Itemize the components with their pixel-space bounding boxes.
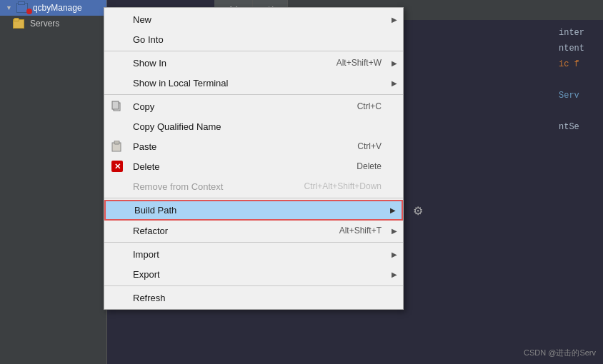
separator-1 [104, 51, 403, 51]
paste-icon [110, 139, 124, 153]
menu-item-refresh[interactable]: Refresh [104, 288, 403, 308]
menu-item-import[interactable]: Import ▶ [104, 244, 403, 264]
submenu-arrow-show-in: ▶ [392, 59, 397, 67]
code-line-4 [552, 72, 597, 88]
menu-label-copy: Copy [133, 101, 336, 112]
menu-item-paste[interactable]: Paste Ctrl+V [104, 136, 403, 156]
menu-item-build-path[interactable]: Build Path ▶ ⚙ [104, 200, 403, 221]
separator-2 [104, 94, 403, 95]
copy-icon [110, 99, 124, 113]
sidebar: ▼ qcbyManage Servers [0, 0, 107, 364]
code-line-6 [552, 103, 597, 119]
menu-item-new[interactable]: New ▶ [104, 9, 403, 29]
code-line-7: ntSe [552, 119, 597, 135]
error-badge-icon [26, 9, 32, 14]
shortcut-show-in: Alt+Shift+W [337, 58, 382, 68]
submenu-arrow-new: ▶ [392, 16, 397, 24]
menu-label-refresh: Refresh [133, 293, 382, 303]
shortcut-remove-context: Ctrl+Alt+Shift+Down [304, 181, 382, 191]
menu-item-copy[interactable]: Copy Ctrl+C [104, 96, 403, 116]
menu-label-copy-qualified: Copy Qualified Name [133, 121, 382, 132]
submenu-arrow-refactor: ▶ [392, 227, 397, 235]
menu-item-remove-context: Remove from Context Ctrl+Alt+Shift+Down [104, 176, 403, 196]
sidebar-item-servers[interactable]: Servers [0, 16, 106, 31]
sidebar-item-label: qcbyManage [33, 3, 82, 13]
separator-5 [104, 285, 403, 286]
submenu-arrow-export: ▶ [392, 271, 397, 278]
submenu-arrow-import: ▶ [392, 251, 397, 258]
context-menu: New ▶ Go Into Show In Alt+Shift+W ▶ Show… [104, 7, 404, 310]
menu-item-show-local-terminal[interactable]: Show in Local Terminal ▶ [104, 73, 403, 93]
menu-label-refactor: Refactor [133, 226, 318, 236]
delete-icon: ✕ [110, 159, 124, 173]
submenu-arrow-build-path: ▶ [390, 206, 396, 214]
tree-expand-arrow: ▼ [6, 4, 12, 11]
menu-label-paste: Paste [133, 141, 336, 152]
delete-x-icon: ✕ [111, 161, 123, 172]
menu-label-show-in: Show In [133, 58, 315, 69]
submenu-arrow-terminal: ▶ [392, 79, 397, 87]
menu-item-go-into[interactable]: Go Into [104, 29, 403, 49]
menu-label-show-local-terminal: Show in Local Terminal [133, 78, 382, 89]
code-line-5: Serv [552, 88, 597, 103]
shortcut-refactor: Alt+Shift+T [339, 226, 382, 236]
sidebar-item-label: Servers [30, 19, 59, 29]
menu-item-export[interactable]: Export ▶ [104, 264, 403, 284]
menu-label-build-path: Build Path [134, 205, 380, 216]
menu-label-import: Import [133, 249, 382, 260]
menu-label-go-into: Go Into [133, 34, 382, 45]
svg-rect-3 [114, 141, 119, 144]
gear-icon: ⚙ [413, 203, 423, 217]
svg-rect-1 [112, 101, 119, 109]
watermark: CSDN @进击的Serv [524, 348, 596, 358]
separator-3 [104, 198, 403, 198]
menu-label-delete: Delete [133, 161, 335, 172]
menu-item-show-in[interactable]: Show In Alt+Shift+W ▶ [104, 53, 403, 73]
shortcut-paste: Ctrl+V [357, 141, 382, 151]
menu-item-refactor[interactable]: Refactor Alt+Shift+T ▶ [104, 221, 403, 241]
code-line-2: ntent [552, 41, 597, 56]
shortcut-delete: Delete [357, 161, 382, 171]
menu-label-new: New [133, 14, 382, 25]
menu-item-delete[interactable]: ✕ Delete Delete [104, 156, 403, 176]
menu-item-copy-qualified[interactable]: Copy Qualified Name [104, 116, 403, 136]
menu-label-export: Export [133, 269, 382, 280]
separator-4 [104, 242, 403, 243]
shortcut-copy: Ctrl+C [357, 101, 382, 111]
code-line-1: inter [552, 25, 597, 41]
sidebar-item-qcbyManage[interactable]: ▼ qcbyManage [0, 0, 106, 16]
project-icon [16, 3, 30, 13]
folder-icon [13, 19, 24, 29]
code-line-3: ic f [552, 56, 597, 72]
code-preview: inter ntent ic f Serv ntSe [546, 21, 603, 138]
menu-label-remove-context: Remove from Context [133, 181, 283, 192]
